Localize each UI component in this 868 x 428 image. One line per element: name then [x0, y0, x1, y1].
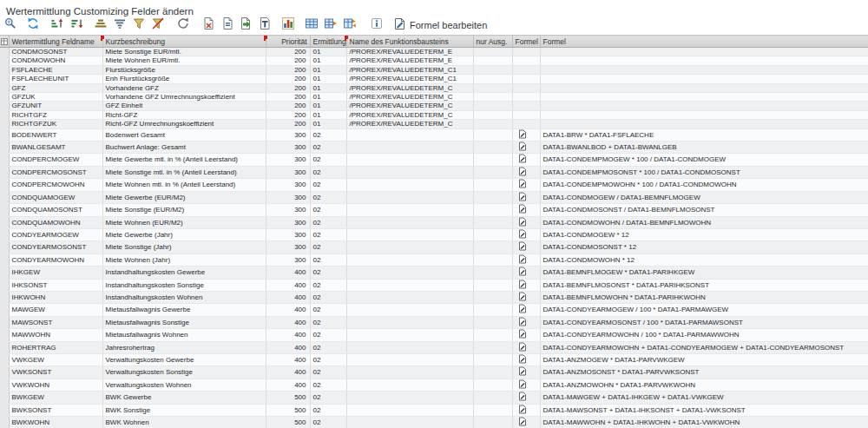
cell-feldname[interactable]: CONDMOSONST [9, 48, 102, 56]
formula-display-icon[interactable] [518, 170, 527, 178]
column-header-nurausg[interactable]: nur Ausg. [473, 36, 512, 48]
cell-feldname[interactable]: BWKSONST [9, 404, 102, 416]
cell-kurz[interactable]: Miete Wohnen mtl. in % (Anteil Leerstand… [102, 179, 266, 191]
cell-kurz[interactable]: Instandhaltungskosten Wohnen [102, 291, 266, 303]
insert-column-button[interactable] [323, 18, 338, 33]
cell-formel[interactable] [540, 110, 868, 119]
cell-nurausg[interactable] [473, 304, 512, 316]
cell-prio[interactable]: 400 [266, 267, 310, 279]
cell-funk[interactable] [346, 353, 473, 365]
row-selector[interactable] [0, 56, 9, 65]
cell-kurz[interactable]: Verwaltungskosten Sonstige [102, 366, 266, 379]
cell-erm[interactable]: 02 [310, 366, 346, 379]
cell-formel-icon[interactable] [512, 279, 540, 291]
formula-display-icon[interactable] [518, 195, 527, 203]
cell-erm[interactable]: 02 [310, 404, 346, 416]
formula-display-icon[interactable] [518, 395, 527, 403]
cell-feldname[interactable]: GFZUK [9, 93, 102, 102]
cell-funk[interactable]: /PROREX/REVALUEDETERM_C1 [346, 75, 473, 83]
cell-prio[interactable]: 400 [266, 304, 310, 316]
refresh-button[interactable] [25, 18, 40, 33]
cell-kurz[interactable]: Richt-GFZ [102, 110, 266, 119]
cell-prio[interactable]: 300 [266, 142, 310, 154]
cell-formel-icon[interactable] [512, 120, 540, 128]
cell-feldname[interactable]: CONDYEARMOWOHN [9, 254, 102, 266]
cell-erm[interactable]: 02 [310, 341, 346, 353]
cell-erm[interactable]: 02 [310, 154, 346, 166]
cell-prio[interactable]: 400 [266, 279, 310, 291]
row-selector[interactable] [0, 48, 9, 56]
row-selector[interactable] [0, 366, 9, 379]
cell-nurausg[interactable] [473, 254, 512, 266]
cell-kurz[interactable]: Miete Sonstige mtl. in % (Anteil Leersta… [102, 166, 266, 178]
cell-feldname[interactable]: CONDMOWOHN [9, 56, 102, 65]
cell-feldname[interactable]: IHKGEW [9, 267, 102, 279]
column-header-prio[interactable]: Priorität [266, 36, 310, 48]
cell-erm[interactable]: 01 [310, 110, 346, 119]
cell-kurz[interactable]: Mietausfallwagnis Sonstige [102, 316, 266, 328]
cell-erm[interactable]: 02 [310, 267, 346, 279]
details-button[interactable] [3, 18, 17, 33]
local-file-button[interactable] [201, 18, 215, 33]
row-selector[interactable] [0, 404, 9, 416]
cell-prio[interactable]: 200 [266, 83, 310, 92]
formula-display-icon[interactable] [518, 157, 527, 165]
cell-formel-icon[interactable] [512, 254, 540, 266]
cell-feldname[interactable]: CONDPERCMOSONST [9, 166, 102, 178]
cell-prio[interactable]: 200 [266, 56, 310, 65]
cell-formel[interactable]: DATA1-BWANLBOD + DATA1-BWANLGEB [540, 142, 868, 154]
cell-erm[interactable]: 02 [310, 279, 346, 291]
cell-formel-icon[interactable] [512, 93, 540, 102]
set-filter-button[interactable] [131, 18, 146, 33]
cell-formel-icon[interactable] [512, 83, 540, 92]
cell-feldname[interactable]: CONDPERCMOWOHN [9, 179, 102, 191]
cell-prio[interactable]: 300 [266, 166, 310, 178]
cell-formel[interactable]: DATA1-BRW * DATA1-FSFLAECHE [540, 128, 868, 141]
cell-funk[interactable] [346, 404, 473, 416]
row-selector[interactable] [0, 329, 9, 341]
cell-formel-icon[interactable] [512, 154, 540, 166]
cell-formel-icon[interactable] [512, 142, 540, 154]
cell-formel-icon[interactable] [512, 341, 540, 353]
cell-formel-icon[interactable] [512, 392, 540, 404]
cell-formel[interactable]: DATA1-CONDEMPMOWOHN * 100 / DATA1-CONDMO… [540, 179, 868, 191]
cell-nurausg[interactable] [473, 93, 512, 102]
cell-feldname[interactable]: MAWGEW [9, 304, 102, 316]
cell-funk[interactable] [346, 166, 473, 178]
cell-prio[interactable]: 500 [266, 404, 310, 416]
cell-erm[interactable]: 02 [310, 392, 346, 404]
cell-formel[interactable]: DATA1-CONDMOWOHN * 12 [540, 254, 868, 266]
cell-funk[interactable] [346, 417, 473, 428]
cell-formel-icon[interactable] [512, 179, 540, 191]
cell-formel[interactable]: DATA1-CONDMOSONST * 12 [540, 241, 868, 254]
cell-erm[interactable]: 02 [310, 379, 346, 391]
cell-prio[interactable]: 300 [266, 191, 310, 203]
cell-erm[interactable]: 02 [310, 142, 346, 154]
cell-prio[interactable]: 500 [266, 392, 310, 404]
cell-formel[interactable] [540, 102, 868, 110]
column-header-formel[interactable]: Formel [540, 36, 868, 48]
cell-erm[interactable]: 01 [310, 83, 346, 92]
cell-formel[interactable]: DATA1-BEMNFLMOGEW * DATA1-PARIHKGEW [540, 267, 868, 279]
cell-formel-icon[interactable] [512, 128, 540, 141]
cell-formel-icon[interactable] [512, 48, 540, 56]
cell-kurz[interactable]: Flurstücksgröße [102, 65, 266, 74]
cell-prio[interactable]: 300 [266, 216, 310, 228]
cell-feldname[interactable]: FSFLAECHEUNIT [9, 75, 102, 83]
cell-formel-icon[interactable] [512, 191, 540, 203]
cell-feldname[interactable]: CONDQUAMOWOHN [9, 216, 102, 228]
column-header-funk[interactable]: Name des Funktionsbausteins [346, 36, 473, 48]
cell-feldname[interactable]: ROHERTRAG [9, 341, 102, 353]
cell-formel-icon[interactable] [512, 228, 540, 240]
cell-funk[interactable]: /PROREX/REVALUEDETERM_E [346, 48, 473, 56]
cell-feldname[interactable]: GFZ [9, 83, 102, 92]
cell-prio[interactable]: 200 [266, 48, 310, 56]
cell-funk[interactable] [346, 241, 473, 254]
cell-formel[interactable]: DATA1-CONDMOGEW / DATA1-BEMNFLMOGEW [540, 191, 868, 203]
column-header-formelicon[interactable]: Formel [512, 36, 540, 48]
cell-feldname[interactable]: RICHTGFZUK [9, 120, 102, 128]
cell-prio[interactable]: 400 [266, 316, 310, 328]
cell-nurausg[interactable] [473, 404, 512, 416]
row-selector[interactable] [0, 392, 9, 404]
cell-nurausg[interactable] [473, 128, 512, 141]
